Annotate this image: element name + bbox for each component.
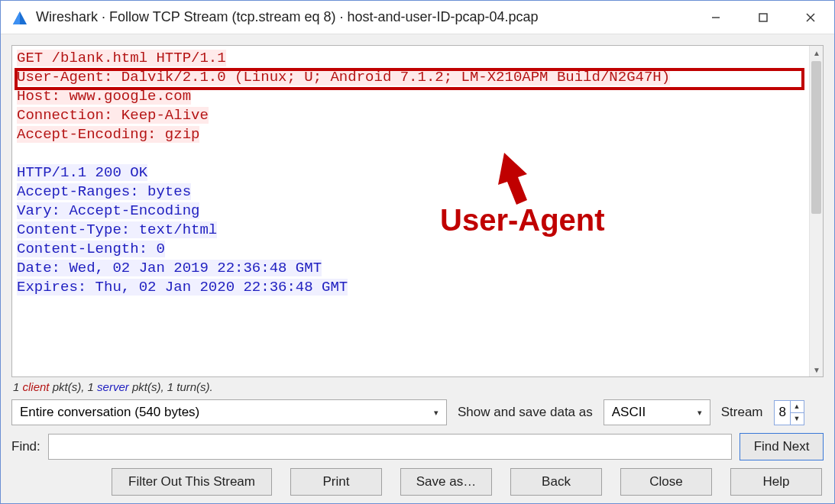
response-line: Content-Type: text/html [17,221,217,238]
stream-number-value: 8 [779,405,786,420]
show-save-label: Show and save data as [458,405,593,420]
back-button[interactable]: Back [510,468,602,496]
save-as-button[interactable]: Save as… [400,468,492,496]
response-line: Accept-Ranges: bytes [17,183,191,200]
find-row: Find: Find Next [11,433,824,460]
packet-info-line: 1 client pkt(s), 1 server pkt(s), 1 turn… [11,377,824,399]
window-controls [692,1,834,34]
svg-rect-1 [759,14,767,21]
find-label: Find: [11,439,40,454]
response-line: Content-Length: 0 [17,241,165,257]
print-button[interactable]: Print [290,468,382,496]
find-next-button[interactable]: Find Next [740,433,824,460]
minimize-button[interactable] [692,1,740,34]
scroll-down-icon[interactable]: ▼ [810,363,824,376]
help-button[interactable]: Help [730,468,822,496]
request-line-user-agent: User-Agent: Dalvik/2.1.0 (Linux; U; Andr… [17,69,670,86]
stream-label: Stream [721,405,763,420]
close-button[interactable] [787,1,834,34]
conversation-select-value: Entire conversation (540 bytes) [20,405,199,420]
vertical-scrollbar[interactable]: ▲ ▼ [809,46,823,376]
spinner-down-icon[interactable]: ▼ [791,413,804,425]
info-prefix: 1 [13,380,23,393]
spinner-buttons: ▲ ▼ [790,401,804,425]
request-line: GET /blank.html HTTP/1.1 [17,50,226,66]
client-area: GET /blank.html HTTP/1.1 User-Agent: Dal… [1,34,834,503]
filter-out-stream-button[interactable]: Filter Out This Stream [112,468,272,496]
controls-row-1: Entire conversation (540 bytes) ▾ Show a… [11,399,824,425]
stream-number-input[interactable]: 8 ▲ ▼ [774,400,804,425]
info-suffix: pkt(s), 1 turn(s). [129,380,213,393]
response-line: Date: Wed, 02 Jan 2019 22:36:48 GMT [17,260,322,276]
conversation-select[interactable]: Entire conversation (540 bytes) ▾ [11,399,447,425]
close-dialog-button[interactable]: Close [620,468,712,496]
wireshark-icon [11,9,28,26]
titlebar: Wireshark · Follow TCP Stream (tcp.strea… [1,1,834,34]
chevron-down-icon: ▾ [434,408,439,418]
chevron-down-icon: ▾ [697,408,702,418]
window-title: Wireshark · Follow TCP Stream (tcp.strea… [36,9,692,25]
scroll-up-icon[interactable]: ▲ [810,46,824,60]
format-select-value: ASCII [612,405,646,420]
response-line: Vary: Accept-Encoding [17,202,199,219]
spinner-up-icon[interactable]: ▲ [791,401,804,413]
request-line: Accept-Encoding: gzip [17,126,199,143]
find-input[interactable] [48,434,732,460]
scroll-thumb[interactable] [811,61,821,214]
window-frame: Wireshark · Follow TCP Stream (tcp.strea… [0,0,835,504]
format-select[interactable]: ASCII ▾ [604,399,710,425]
info-client-word: client [23,380,50,393]
request-line: Host: www.google.com [17,88,191,105]
response-line: HTTP/1.1 200 OK [17,164,147,181]
info-server-word: server [97,380,129,393]
stream-content-box: GET /blank.html HTTP/1.1 User-Agent: Dal… [11,45,824,377]
button-row: Filter Out This Stream Print Save as… Ba… [11,468,824,496]
stream-text[interactable]: GET /blank.html HTTP/1.1 User-Agent: Dal… [12,46,809,376]
maximize-button[interactable] [740,1,787,34]
request-line: Connection: Keep-Alive [17,107,209,124]
response-line: Expires: Thu, 02 Jan 2020 22:36:48 GMT [17,279,348,296]
info-mid: pkt(s), 1 [50,380,98,393]
